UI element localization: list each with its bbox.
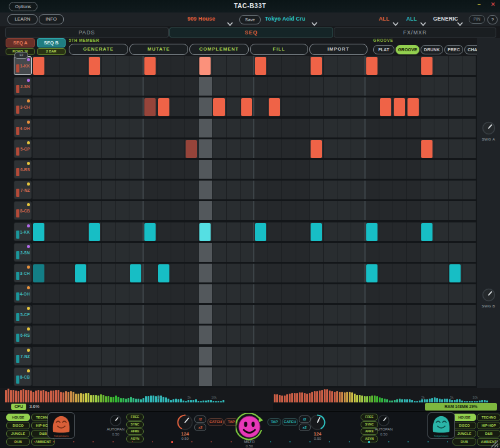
- bars-button[interactable]: 2 BAR: [37, 48, 66, 55]
- step-cell[interactable]: [185, 181, 199, 199]
- step-cell[interactable]: [144, 326, 158, 344]
- step-cell[interactable]: [241, 347, 254, 366]
- step-cell[interactable]: [366, 139, 379, 158]
- step-cell[interactable]: [449, 160, 462, 179]
- step-cell[interactable]: [88, 201, 102, 220]
- step-cell[interactable]: [46, 97, 60, 116]
- step-cell[interactable]: [32, 305, 46, 324]
- track-header-a-5-cp[interactable]: 5-CP: [14, 139, 32, 158]
- step-cell[interactable]: [254, 347, 268, 366]
- step-cell[interactable]: [171, 119, 185, 137]
- step-cell[interactable]: [324, 139, 338, 158]
- step-cell[interactable]: [282, 97, 296, 116]
- step-cell[interactable]: [338, 139, 351, 158]
- step-cell[interactable]: [351, 367, 365, 386]
- step-cell[interactable]: [366, 181, 379, 199]
- step-cell[interactable]: [185, 326, 199, 344]
- step-cell[interactable]: [351, 97, 365, 116]
- step-cell[interactable]: [462, 77, 476, 96]
- mapping-dropdown[interactable]: GENERIC: [433, 16, 458, 22]
- step-cell[interactable]: [129, 347, 143, 366]
- step-cell[interactable]: [158, 201, 171, 220]
- step-cell[interactable]: [46, 119, 60, 137]
- step-cell[interactable]: [60, 160, 74, 179]
- step-cell[interactable]: [310, 160, 324, 179]
- step-cell[interactable]: [407, 56, 421, 75]
- step-cell[interactable]: [227, 264, 241, 282]
- groove-groove-button[interactable]: GROOVE: [396, 45, 419, 54]
- step-cell[interactable]: [116, 347, 129, 366]
- track-header-b-8-cb[interactable]: 8-CB: [14, 367, 32, 386]
- step-cell[interactable]: [324, 201, 338, 220]
- step-cell[interactable]: [449, 77, 462, 96]
- step-cell[interactable]: [158, 264, 171, 282]
- step-cell[interactable]: [351, 119, 365, 137]
- step-cell[interactable]: [171, 284, 185, 303]
- step-cell[interactable]: [449, 97, 462, 116]
- step-cell[interactable]: [310, 97, 324, 116]
- step-cell[interactable]: [407, 284, 421, 303]
- step-cell[interactable]: [462, 222, 476, 241]
- genre-right-dub[interactable]: DUB: [452, 438, 476, 446]
- step-cell[interactable]: [324, 119, 338, 137]
- step-cell[interactable]: [171, 160, 185, 179]
- step-cell[interactable]: [449, 181, 462, 199]
- step-cell[interactable]: [282, 201, 296, 220]
- step-cell[interactable]: [393, 201, 407, 220]
- step-cell[interactable]: [158, 181, 171, 199]
- step-cell[interactable]: [421, 97, 434, 116]
- step-cell[interactable]: [144, 305, 158, 324]
- track-header-b-6-rs[interactable]: 6-RS: [14, 326, 32, 344]
- step-cell[interactable]: [129, 367, 143, 386]
- step-cell[interactable]: [199, 201, 212, 220]
- step-cell[interactable]: [462, 181, 476, 199]
- seq-b-button[interactable]: SEQ B: [37, 38, 66, 47]
- step-cell[interactable]: [268, 181, 282, 199]
- track-header-b-5-cp[interactable]: 5-CP: [14, 305, 32, 324]
- step-cell[interactable]: [241, 160, 254, 179]
- step-cell[interactable]: [351, 160, 365, 179]
- step-cell[interactable]: [185, 77, 199, 96]
- step-cell[interactable]: [324, 367, 338, 386]
- step-cell[interactable]: [338, 201, 351, 220]
- step-cell[interactable]: [116, 56, 129, 75]
- step-cell[interactable]: [212, 305, 226, 324]
- step-cell[interactable]: [421, 264, 434, 282]
- track-header-a-6-rs[interactable]: 6-RS: [14, 160, 32, 179]
- step-cell[interactable]: [310, 326, 324, 344]
- step-cell[interactable]: [171, 56, 185, 75]
- step-cell[interactable]: [434, 77, 448, 96]
- step-cell[interactable]: [338, 305, 351, 324]
- step-cell[interactable]: [74, 77, 88, 96]
- step-cell[interactable]: [74, 56, 88, 75]
- step-cell[interactable]: [212, 201, 226, 220]
- step-cell[interactable]: [88, 77, 102, 96]
- step-cell[interactable]: [129, 160, 143, 179]
- step-cell[interactable]: [185, 284, 199, 303]
- step-cell[interactable]: [74, 284, 88, 303]
- step-cell[interactable]: [32, 264, 46, 282]
- step-cell[interactable]: [102, 201, 116, 220]
- step-cell[interactable]: [254, 56, 268, 75]
- catch-a-button[interactable]: CATCH: [208, 418, 224, 426]
- step-cell[interactable]: [60, 139, 74, 158]
- step-cell[interactable]: [60, 284, 74, 303]
- step-cell[interactable]: [129, 222, 143, 241]
- step-cell[interactable]: [199, 160, 212, 179]
- step-cell[interactable]: [116, 201, 129, 220]
- step-cell[interactable]: [379, 181, 393, 199]
- step-cell[interactable]: [116, 160, 129, 179]
- step-cell[interactable]: [158, 97, 171, 116]
- step-cell[interactable]: [462, 97, 476, 116]
- step-cell[interactable]: [46, 284, 60, 303]
- step-cell[interactable]: [171, 97, 185, 116]
- step-cell[interactable]: [379, 284, 393, 303]
- step-cell[interactable]: [282, 56, 296, 75]
- step-cell[interactable]: [116, 284, 129, 303]
- step-cell[interactable]: [310, 56, 324, 75]
- step-cell[interactable]: [296, 160, 310, 179]
- step-cell[interactable]: [462, 56, 476, 75]
- step-cell[interactable]: [462, 367, 476, 386]
- step-cell[interactable]: [116, 326, 129, 344]
- double-time-a-button[interactable]: x2: [194, 424, 206, 431]
